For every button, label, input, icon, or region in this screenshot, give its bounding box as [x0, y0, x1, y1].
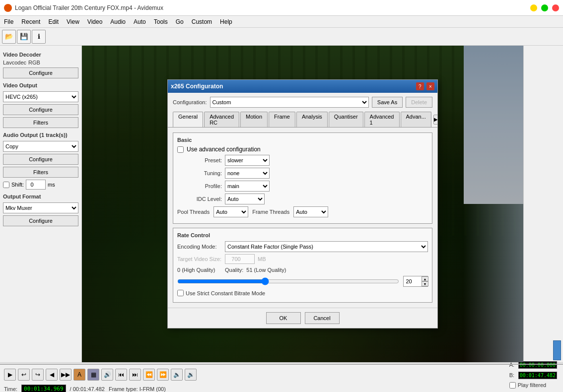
tab-frame[interactable]: Frame: [269, 112, 295, 127]
config-row: Configuration: Custom Save As Delete: [168, 93, 437, 110]
minimize-button[interactable]: [530, 4, 537, 11]
quality-min-label: 0 (High Quality): [177, 267, 222, 273]
mark-a-button[interactable]: A: [73, 369, 85, 381]
output-format-dropdown[interactable]: Mkv Muxer: [3, 202, 78, 213]
filters-audio-button[interactable]: Filters: [3, 167, 78, 178]
menu-edit[interactable]: Edit: [44, 17, 63, 26]
title-bar: Logan Official Trailer 20th Century FOX.…: [0, 0, 563, 16]
menu-help[interactable]: Help: [216, 17, 236, 26]
quality-max-label: 51 (Low Quality): [246, 267, 286, 273]
profile-dropdown[interactable]: main: [225, 181, 270, 192]
tuning-label: Tuning:: [177, 170, 222, 176]
configure-output-button[interactable]: Configure: [3, 215, 78, 226]
extra-btn1[interactable]: 🔈: [171, 369, 183, 381]
x265-dialog: x265 Configuraton ? × Configuration: Cus…: [167, 79, 438, 328]
idc-label: IDC Level:: [177, 196, 222, 202]
tab-scroll-right[interactable]: ▶: [433, 115, 437, 125]
configure-video-decoder-button[interactable]: Configure: [3, 67, 78, 78]
quality-spinbox-input[interactable]: [404, 276, 422, 286]
preset-label: Preset:: [177, 157, 222, 163]
time-total: / 00:01:47.482: [70, 386, 105, 392]
frame-icon-button[interactable]: ▦: [87, 369, 99, 381]
transport-bar: ▶ ↩ ↪ ◀ ▶▶ A ▦ 🔊 ⏮ ⏭ ⏪ ⏩ 🔈 🔉 A: 00:00:00…: [0, 366, 563, 384]
menu-tools[interactable]: Tools: [150, 17, 172, 26]
tab-motion[interactable]: Motion: [240, 112, 268, 127]
tab-advanced-more[interactable]: Advan...: [401, 112, 431, 127]
extra-btn2[interactable]: 🔉: [185, 369, 197, 381]
tab-general[interactable]: General: [173, 112, 203, 128]
menu-go[interactable]: Go: [172, 17, 188, 26]
back-button[interactable]: ◀: [46, 369, 58, 381]
menu-video[interactable]: Video: [83, 17, 106, 26]
info-button[interactable]: ℹ: [32, 30, 46, 44]
use-advanced-checkbox[interactable]: [177, 146, 184, 153]
dialog-help-button[interactable]: ?: [416, 82, 424, 90]
encoding-mode-dropdown[interactable]: Constant Rate Factor (Single Pass): [225, 241, 428, 252]
pool-threads-label: Pool Threads: [177, 209, 210, 215]
close-button[interactable]: [552, 4, 559, 11]
tab-advanced-rc[interactable]: Advanced RC: [204, 112, 239, 127]
cancel-button[interactable]: Cancel: [305, 312, 340, 324]
save-button[interactable]: 💾: [17, 30, 31, 44]
shift-row: Shift: ms: [3, 180, 78, 190]
filters-video-button[interactable]: Filters: [3, 117, 78, 128]
status-bar: Time: 00:01:34.969 / 00:01:47.482 Frame …: [0, 384, 563, 392]
menu-auto[interactable]: Auto: [130, 17, 150, 26]
quality-spinbox: ▲ ▼: [403, 276, 428, 287]
menu-view[interactable]: View: [63, 17, 83, 26]
idc-row: IDC Level: Auto: [177, 194, 428, 204]
spinbox-up[interactable]: ▲: [422, 276, 428, 281]
dialog-close-button[interactable]: ×: [426, 82, 434, 90]
spinbox-down[interactable]: ▼: [422, 281, 428, 286]
play-button[interactable]: ▶: [4, 369, 16, 381]
frame-threads-dropdown[interactable]: Auto: [293, 206, 328, 217]
b-label: B:: [509, 372, 516, 378]
delete-button[interactable]: Delete: [406, 97, 432, 108]
target-size-row: Target Video Size: MB: [177, 254, 428, 264]
prev-frame-button[interactable]: ⏮: [115, 369, 127, 381]
tab-advanced1[interactable]: Advanced 1: [364, 112, 400, 127]
shift-input[interactable]: [26, 180, 46, 190]
menu-audio[interactable]: Audio: [106, 17, 130, 26]
back-fast-button[interactable]: ⏪: [143, 369, 155, 381]
audio-output-dropdown[interactable]: Copy: [3, 141, 78, 152]
frame-threads-label: Frame Threads: [252, 209, 289, 215]
configure-audio-button[interactable]: Configure: [3, 154, 78, 165]
tuning-dropdown[interactable]: none: [225, 168, 270, 179]
maximize-button[interactable]: [541, 4, 548, 11]
ok-button[interactable]: OK: [266, 312, 301, 324]
target-size-input[interactable]: [225, 254, 255, 264]
tuning-row: Tuning: none: [177, 168, 428, 179]
encoding-mode-label: Encoding Mode:: [177, 244, 222, 250]
fast-forward-button[interactable]: ▶▶: [60, 369, 71, 381]
strict-checkbox[interactable]: [177, 290, 184, 296]
next-frame-button[interactable]: ⏭: [129, 369, 141, 381]
forward-fast-button[interactable]: ⏩: [157, 369, 169, 381]
menu-file[interactable]: File: [0, 17, 17, 26]
configure-video-output-button[interactable]: Configure: [3, 104, 78, 115]
forward-button[interactable]: ↪: [32, 369, 44, 381]
menu-recent[interactable]: Recent: [17, 17, 44, 26]
frame-type: Frame type: I-FRM (00): [109, 386, 166, 392]
preset-dropdown[interactable]: slower: [225, 155, 270, 166]
rewind-button[interactable]: ↩: [18, 369, 30, 381]
save-as-button[interactable]: Save As: [372, 97, 403, 108]
dialog-buttons: OK Cancel: [168, 308, 437, 328]
menu-custom[interactable]: Custom: [188, 17, 216, 26]
shift-label: Shift:: [11, 182, 24, 188]
video-output-dropdown[interactable]: HEVC (x265): [3, 91, 78, 102]
use-advanced-label: Use advanced configuration: [187, 146, 261, 153]
vol-button[interactable]: 🔊: [101, 369, 113, 381]
tab-quantiser[interactable]: Quantiser: [329, 112, 363, 127]
codec-row: Lavcodec RGB: [3, 60, 78, 65]
basic-title: Basic: [177, 137, 428, 143]
tab-analysis[interactable]: Analysis: [296, 112, 328, 127]
configuration-dropdown[interactable]: Custom: [210, 97, 369, 108]
shift-checkbox[interactable]: [3, 182, 9, 188]
idc-dropdown[interactable]: Auto: [225, 194, 265, 204]
quality-slider[interactable]: [177, 277, 399, 285]
timeline[interactable]: [0, 364, 563, 365]
strict-label: Use Strict Constant Bitrate Mode: [186, 290, 265, 296]
pool-threads-dropdown[interactable]: Auto: [213, 206, 248, 217]
open-button[interactable]: 📂: [2, 30, 16, 44]
